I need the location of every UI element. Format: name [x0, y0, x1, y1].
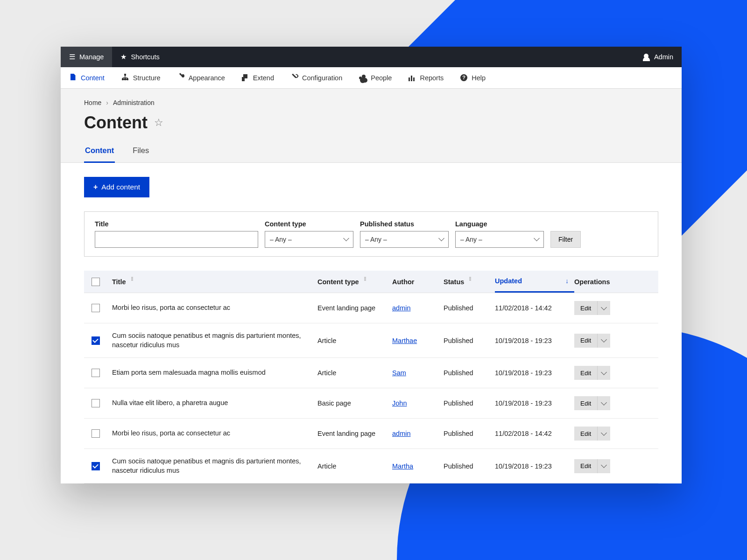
filter-type-select[interactable]: – Any – [265, 231, 353, 248]
edit-button[interactable]: Edit [574, 459, 597, 473]
breadcrumb-home[interactable]: Home [84, 99, 101, 106]
wand-icon [177, 74, 184, 81]
admin-tab-structure-label: Structure [133, 74, 161, 82]
author-link[interactable]: Martha [392, 462, 413, 470]
admin-tab-people-label: People [371, 74, 392, 82]
th-author: Author [392, 278, 444, 286]
edit-button[interactable]: Edit [574, 301, 597, 315]
cell-status: Published [444, 399, 495, 407]
th-updated-label: Updated [495, 277, 522, 285]
row-checkbox[interactable] [92, 336, 100, 345]
breadcrumb-separator-icon [106, 99, 108, 106]
tab-content[interactable]: Content [84, 146, 115, 163]
admin-tab-reports-label: Reports [420, 74, 444, 82]
row-checkbox[interactable] [92, 304, 100, 312]
cell-type: Event landing page [317, 304, 392, 312]
table-row: Nulla vitae elit libero, a pharetra augu… [84, 388, 658, 419]
admin-tab-content[interactable]: Content [61, 67, 113, 88]
breadcrumb-admin[interactable]: Administration [113, 99, 155, 106]
topbar-admin[interactable]: Admin [634, 47, 682, 67]
cell-operations: Edit [574, 427, 649, 441]
filter-button[interactable]: Filter [550, 231, 581, 248]
operations-dropdown-button[interactable] [597, 366, 610, 380]
edit-button[interactable]: Edit [574, 396, 597, 410]
row-checkbox[interactable] [92, 462, 100, 470]
th-status[interactable]: Status [444, 278, 495, 286]
edit-button[interactable]: Edit [574, 366, 597, 380]
operations-dropdown-button[interactable] [597, 396, 610, 410]
puzzle-icon [242, 74, 249, 81]
row-checkbox[interactable] [92, 399, 100, 407]
file-icon [69, 74, 77, 82]
add-content-button[interactable]: Add content [84, 177, 149, 197]
th-type[interactable]: Content type [317, 278, 392, 286]
chevron-down-icon [439, 237, 444, 242]
filter-lang-select[interactable]: – Any – [455, 231, 544, 248]
author-link[interactable]: John [392, 399, 407, 407]
cell-type: Article [317, 462, 392, 470]
cell-type: Event landing page [317, 430, 392, 437]
filter-title-label: Title [95, 220, 258, 228]
admin-tab-extend[interactable]: Extend [233, 67, 282, 88]
admin-tab-people[interactable]: People [351, 67, 400, 88]
cell-updated: 10/19/2018 - 19:23 [495, 337, 574, 344]
author-link[interactable]: admin [392, 304, 411, 312]
topbar-manage-label: Manage [79, 53, 104, 61]
cell-operations: Edit [574, 301, 649, 315]
sort-icon [468, 279, 473, 285]
admin-tab-help[interactable]: Help [452, 67, 494, 88]
th-title[interactable]: Title [112, 278, 317, 286]
filter-type-label: Content type [265, 220, 353, 228]
filter-lang-label: Language [455, 220, 544, 228]
edit-button[interactable]: Edit [574, 334, 597, 348]
cell-status: Published [444, 430, 495, 437]
admin-nav: Content Structure Appearance Extend Conf… [61, 67, 682, 89]
topbar-shortcuts[interactable]: Shortcuts [112, 47, 168, 67]
operations-dropdown-button[interactable] [597, 301, 610, 315]
select-all-checkbox[interactable] [92, 278, 100, 286]
admin-tab-reports[interactable]: Reports [400, 67, 452, 88]
cell-operations: Edit [574, 334, 649, 348]
filter-type-value: – Any – [270, 236, 292, 243]
filter-status-label: Published status [360, 220, 449, 228]
author-link[interactable]: Sam [392, 369, 406, 377]
chevron-down-icon [344, 237, 348, 242]
content-area: Add content Title Content type – Any – P… [61, 163, 682, 483]
cell-updated: 11/02/2018 - 14:42 [495, 430, 574, 437]
topbar-manage[interactable]: Manage [61, 47, 112, 67]
admin-tab-content-label: Content [81, 74, 105, 82]
page-title: Content [84, 113, 148, 133]
cell-type: Article [317, 337, 392, 344]
th-operations: Operations [574, 278, 649, 286]
row-checkbox[interactable] [92, 429, 100, 438]
filter-status-select[interactable]: – Any – [360, 231, 449, 248]
cell-operations: Edit [574, 396, 649, 410]
operations-dropdown-button[interactable] [597, 427, 610, 441]
cell-operations: Edit [574, 366, 649, 380]
author-link[interactable]: Marthae [392, 337, 417, 344]
operations-dropdown-button[interactable] [597, 459, 610, 473]
author-link[interactable]: admin [392, 430, 411, 437]
row-checkbox[interactable] [92, 369, 100, 377]
admin-tab-structure[interactable]: Structure [113, 67, 169, 88]
content-table: Title Content type Author Status [84, 271, 658, 483]
table-row: Cum sociis natoque penatibus et magnis d… [84, 449, 658, 483]
favorite-star-icon[interactable] [154, 117, 163, 129]
help-icon [460, 74, 467, 81]
th-author-label: Author [392, 278, 415, 286]
tab-files[interactable]: Files [132, 146, 150, 163]
edit-button[interactable]: Edit [574, 427, 597, 441]
cell-updated: 10/19/2018 - 19:23 [495, 369, 574, 377]
cell-title: Cum sociis natoque penatibus et magnis d… [112, 457, 317, 475]
admin-tab-appearance[interactable]: Appearance [169, 67, 233, 88]
th-operations-label: Operations [574, 278, 610, 286]
cell-title: Etiam porta sem malesuada magna mollis e… [112, 368, 317, 378]
th-updated[interactable]: Updated [495, 271, 574, 293]
operations-dropdown-button[interactable] [597, 334, 610, 348]
table-body: Morbi leo risus, porta ac consectetur ac… [84, 293, 658, 483]
admin-tab-help-label: Help [472, 74, 486, 82]
admin-tab-configuration[interactable]: Configuration [282, 67, 351, 88]
cell-title: Nulla vitae elit libero, a pharetra augu… [112, 399, 317, 408]
chevron-down-icon [602, 400, 606, 407]
filter-title-input[interactable] [95, 231, 258, 248]
